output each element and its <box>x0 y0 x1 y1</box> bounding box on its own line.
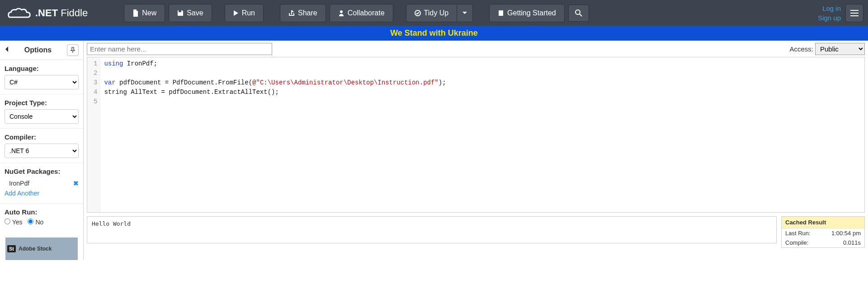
getting-started-label: Getting Started <box>507 9 556 17</box>
search-icon <box>575 9 582 17</box>
nuget-remove-button[interactable]: ✖ <box>73 180 79 187</box>
collaborate-label: Collaborate <box>348 9 385 17</box>
top-toolbar: .NET Fiddle New Save Run Share Collabora… <box>0 0 868 26</box>
run-button[interactable]: Run <box>225 4 264 22</box>
save-button[interactable]: Save <box>169 4 212 22</box>
sidebar-title: Options <box>24 46 52 54</box>
last-run-value: 1:00:54 pm <box>831 230 861 237</box>
book-icon <box>498 10 504 16</box>
pin-button[interactable] <box>67 44 79 56</box>
nuget-label: NuGet Packages: <box>5 167 79 175</box>
logo[interactable]: .NET Fiddle <box>7 6 88 20</box>
autorun-label: Auto Run: <box>5 208 79 216</box>
ukraine-banner: We Stand with Ukraine <box>0 26 868 41</box>
chevron-left-icon <box>5 46 9 52</box>
play-icon <box>233 10 239 16</box>
access-select[interactable]: Public <box>815 43 865 55</box>
project-type-label: Project Type: <box>5 99 79 107</box>
language-select[interactable]: C# <box>5 75 79 89</box>
code-content[interactable]: using IronPdf; var pdfDocument = PdfDocu… <box>100 57 449 212</box>
svg-rect-4 <box>850 13 859 14</box>
gutter: 1 2 3 4 5 <box>87 57 100 212</box>
menu-button[interactable] <box>845 4 863 22</box>
code-editor[interactable]: 1 2 3 4 5 using IronPdf; var pdfDocument… <box>87 57 865 213</box>
logo-text: .NET Fiddle <box>35 7 88 19</box>
tidy-split-button: Tidy Up <box>406 4 473 22</box>
compiler-select[interactable]: .NET 6 <box>5 144 79 158</box>
sidebar: Options Language: C# Project Type: Conso… <box>0 41 84 260</box>
compile-value: 0.011s <box>843 239 861 246</box>
compile-label: Compile: <box>785 239 808 246</box>
login-link[interactable]: Log in <box>822 4 841 13</box>
chevron-down-icon <box>462 12 467 14</box>
stats-header: Cached Result <box>782 217 864 228</box>
save-label: Save <box>187 9 203 17</box>
tidy-dropdown-button[interactable] <box>457 4 473 22</box>
project-type-select[interactable]: Console <box>5 109 79 124</box>
signup-link[interactable]: Sign up <box>818 13 841 23</box>
getting-started-button[interactable]: Getting Started <box>489 4 565 22</box>
ad-badge: St <box>7 245 16 252</box>
svg-rect-3 <box>850 10 859 11</box>
new-label: New <box>142 9 156 17</box>
svg-point-2 <box>576 10 580 14</box>
new-button[interactable]: New <box>124 4 165 22</box>
content-area: Access: Public 1 2 3 4 5 using IronPdf; … <box>84 41 868 260</box>
check-icon <box>415 10 421 16</box>
tidy-button[interactable]: Tidy Up <box>406 4 458 22</box>
last-run-label: Last Run: <box>785 230 811 237</box>
user-icon <box>338 10 344 16</box>
hamburger-icon <box>850 10 859 16</box>
collaborate-button[interactable]: Collaborate <box>330 4 393 22</box>
cloud-icon <box>7 6 32 20</box>
save-icon <box>177 10 184 16</box>
run-label: Run <box>242 9 255 17</box>
add-nuget-link[interactable]: Add Another <box>5 188 79 199</box>
share-label: Share <box>298 9 317 17</box>
ad-text: Adobe Stock <box>19 246 52 252</box>
autorun-yes-option[interactable]: Yes <box>5 219 22 226</box>
pin-icon <box>70 47 75 53</box>
access-label: Access: <box>789 45 813 53</box>
language-label: Language: <box>5 65 79 72</box>
ad-banner[interactable]: St Adobe Stock <box>5 237 78 260</box>
share-icon <box>288 10 295 16</box>
nuget-item-name: IronPdf <box>9 180 29 187</box>
nuget-item: IronPdf ✖ <box>5 178 79 188</box>
autorun-no-option[interactable]: No <box>28 219 43 226</box>
search-button[interactable] <box>568 5 589 22</box>
svg-rect-5 <box>850 15 859 16</box>
file-icon <box>132 9 139 17</box>
svg-point-0 <box>340 10 343 13</box>
tidy-label: Tidy Up <box>424 9 449 17</box>
stats-panel: Cached Result Last Run: 1:00:54 pm Compi… <box>781 216 865 248</box>
share-button[interactable]: Share <box>280 4 326 22</box>
collapse-sidebar-button[interactable] <box>5 46 9 54</box>
output-panel: Hello World <box>87 216 777 243</box>
fiddle-name-input[interactable] <box>87 43 272 55</box>
auth-links: Log in Sign up <box>818 4 841 23</box>
compiler-label: Compiler: <box>5 133 79 141</box>
